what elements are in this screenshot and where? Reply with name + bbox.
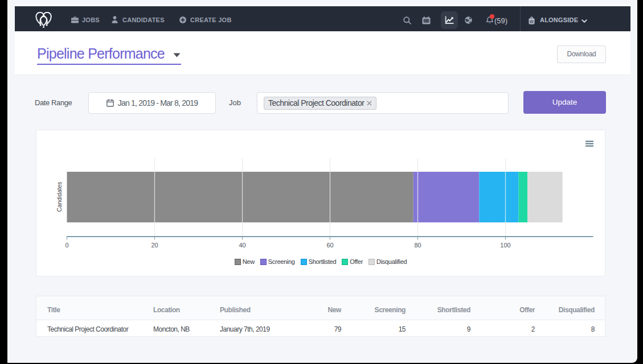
svg-text:80: 80 xyxy=(414,242,421,249)
svg-text:40: 40 xyxy=(239,242,245,249)
svg-text:20: 20 xyxy=(151,242,158,249)
svg-text:60: 60 xyxy=(326,242,333,249)
svg-text:100: 100 xyxy=(500,242,510,249)
svg-text:0: 0 xyxy=(65,242,68,249)
svg-text:Candidates: Candidates xyxy=(56,181,63,212)
